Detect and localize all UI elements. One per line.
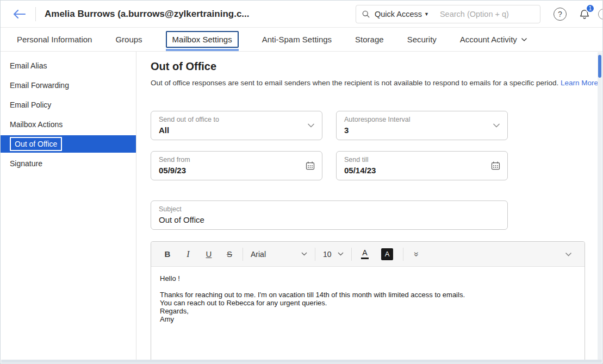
tab-mailbox-settings[interactable]: Mailbox Settings xyxy=(166,28,239,51)
toolbar-separator xyxy=(315,248,315,261)
header-divider xyxy=(35,7,36,21)
chevron-down-icon xyxy=(521,37,527,42)
font-color-button[interactable]: A xyxy=(357,247,372,262)
message-line: Thanks for reaching out to me. I'm on va… xyxy=(160,291,576,299)
notifications-button[interactable]: 1 xyxy=(579,8,590,20)
notification-badge: 1 xyxy=(586,4,595,13)
strikethrough-button[interactable]: S xyxy=(222,247,237,262)
quick-access-dropdown[interactable]: Quick Access xyxy=(375,10,422,18)
tab-account-activity[interactable]: Account Activity xyxy=(460,28,527,51)
caret-down-icon: ▼ xyxy=(424,11,429,17)
subject-field[interactable]: Subject Out of Office xyxy=(151,200,508,230)
chevron-down-icon xyxy=(565,252,572,256)
message-editor: B I U S Arial 10 A A » xyxy=(151,241,585,360)
mailbox-settings-sidebar: Email Alias Email Forwarding Email Polic… xyxy=(1,52,136,360)
toolbar-separator xyxy=(403,248,403,261)
message-line: Amy xyxy=(160,315,576,323)
editor-toolbar: B I U S Arial 10 A A » xyxy=(151,242,585,267)
tab-storage[interactable]: Storage xyxy=(355,28,384,51)
search-icon xyxy=(362,10,370,18)
message-line: Hello ! xyxy=(160,274,576,283)
tab-anti-spam-settings[interactable]: Anti-Spam Settings xyxy=(262,28,332,51)
tab-security[interactable]: Security xyxy=(407,28,437,51)
arrow-left-icon xyxy=(13,9,27,20)
message-line: You can reach out to Rebecca for any urg… xyxy=(160,299,576,307)
vertical-scrollbar-thumb[interactable] xyxy=(598,55,601,78)
autoresponse-interval-select[interactable]: Autoresponse Interval 3 xyxy=(336,111,508,140)
message-body-textarea[interactable]: Hello ! Thanks for reaching out to me. I… xyxy=(151,267,585,331)
sidebar-item-email-alias[interactable]: Email Alias xyxy=(1,56,136,76)
font-size-select[interactable]: 10 xyxy=(321,250,346,259)
tab-groups[interactable]: Groups xyxy=(115,28,142,51)
page-description: Out of office responses are sent to emai… xyxy=(151,79,598,87)
message-line xyxy=(160,283,576,291)
italic-button[interactable]: I xyxy=(181,247,196,262)
learn-more-link[interactable]: Learn More xyxy=(561,79,598,87)
search-input[interactable] xyxy=(440,10,542,18)
underline-button[interactable]: U xyxy=(201,247,216,262)
bold-button[interactable]: B xyxy=(160,247,175,262)
help-button[interactable]: ? xyxy=(554,8,567,21)
chevron-down-icon xyxy=(307,123,315,128)
chevron-down-icon xyxy=(301,252,307,256)
page-user-title: Amelia Burrows (a.burrows@zylkertraining… xyxy=(45,9,250,20)
global-search-box[interactable]: Quick Access ▼ xyxy=(356,5,540,23)
sidebar-item-email-forwarding[interactable]: Email Forwarding xyxy=(1,76,136,95)
toolbar-separator xyxy=(243,248,243,261)
message-line: Regards, xyxy=(160,307,576,315)
out-of-office-panel: Out of Office Out of office responses ar… xyxy=(137,52,598,360)
chevron-down-icon xyxy=(338,252,344,256)
highlight-color-button[interactable]: A xyxy=(381,248,393,260)
clipped-edge-icon[interactable] xyxy=(598,9,602,20)
calendar-icon[interactable] xyxy=(491,161,500,171)
page-title: Out of Office xyxy=(151,60,598,73)
send-out-of-office-to-select[interactable]: Send out of office to All xyxy=(151,111,322,140)
sidebar-item-signature[interactable]: Signature xyxy=(1,154,136,173)
sidebar-item-out-of-office[interactable]: Out of Office xyxy=(1,135,136,153)
back-button[interactable] xyxy=(13,9,27,20)
question-mark-icon: ? xyxy=(558,10,562,18)
horizontal-scrollbar[interactable] xyxy=(1,360,602,363)
toolbar-collapse-button[interactable] xyxy=(561,247,576,262)
tab-personal-information[interactable]: Personal Information xyxy=(17,28,92,51)
settings-tab-bar: Personal Information Groups Mailbox Sett… xyxy=(1,28,602,52)
header: Amelia Burrows (a.burrows@zylkertraining… xyxy=(1,1,602,28)
chevron-down-icon xyxy=(493,123,500,128)
send-till-date-field[interactable]: Send till 05/14/23 xyxy=(336,151,508,180)
toolbar-separator xyxy=(351,248,352,261)
vertical-scrollbar[interactable] xyxy=(598,52,602,360)
send-from-date-field[interactable]: Send from 05/9/23 xyxy=(151,151,322,180)
calendar-icon[interactable] xyxy=(306,161,315,171)
color-swatch xyxy=(361,258,369,259)
font-family-select[interactable]: Arial xyxy=(248,250,309,259)
sidebar-item-mailbox-actions[interactable]: Mailbox Actions xyxy=(1,115,136,134)
more-options-icon[interactable]: » xyxy=(409,247,424,262)
sidebar-item-email-policy[interactable]: Email Policy xyxy=(1,95,136,115)
